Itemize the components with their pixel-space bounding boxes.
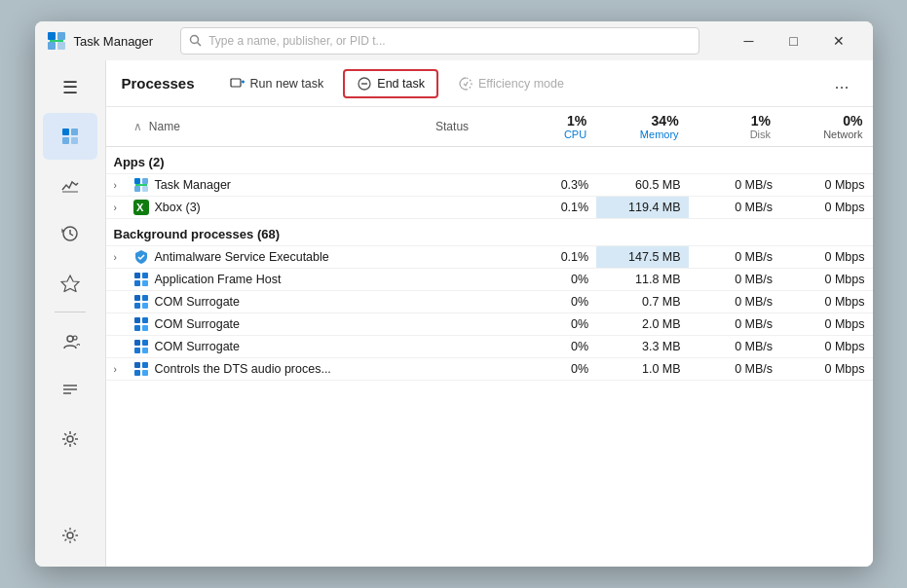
- processes-icon: [60, 127, 80, 146]
- process-cpu: 0%: [505, 336, 596, 358]
- process-status: [428, 269, 505, 291]
- column-name-label: Name: [149, 120, 180, 133]
- process-disk: 0 MB/s: [689, 313, 780, 336]
- efficiency-icon: [458, 76, 473, 92]
- table-row[interactable]: › Task Manager 0.3% 60.5 MB 0 MB/s 0 Mbp…: [106, 174, 873, 197]
- table-row[interactable]: › Antimalware Service Executable 0.1% 14…: [106, 246, 873, 269]
- process-disk: 0 MB/s: [689, 358, 780, 381]
- svg-point-13: [67, 336, 73, 342]
- expand-arrow[interactable]: ›: [114, 364, 128, 375]
- process-memory: 119.4 MB: [596, 197, 688, 219]
- process-network: 0 Mbps: [780, 291, 872, 313]
- svg-rect-7: [62, 129, 69, 135]
- process-network: 0 Mbps: [780, 313, 872, 336]
- sidebar-item-details[interactable]: [43, 367, 97, 414]
- search-icon: [189, 34, 203, 48]
- table-row[interactable]: COM Surrogate 0% 2.0 MB 0 MB/s 0 Mbps: [106, 313, 873, 336]
- process-cpu: 0%: [505, 313, 596, 336]
- svg-rect-0: [48, 32, 56, 40]
- task-manager-window: Task Manager Type a name, publisher, or …: [35, 21, 873, 567]
- group-label: Apps (2): [106, 147, 873, 174]
- sidebar-separator-1: [55, 312, 86, 312]
- users-icon: [60, 332, 80, 351]
- column-header-memory[interactable]: 34% Memory: [596, 107, 688, 147]
- svg-point-19: [67, 533, 73, 538]
- svg-rect-26: [142, 178, 148, 184]
- svg-rect-34: [134, 280, 140, 286]
- sidebar-item-startup[interactable]: [43, 259, 97, 306]
- process-network: 0 Mbps: [780, 269, 872, 291]
- process-disk: 0 MB/s: [689, 336, 780, 358]
- efficiency-mode-label: Efficiency mode: [478, 77, 564, 91]
- table-row[interactable]: Application Frame Host 0% 11.8 MB 0 MB/s…: [106, 269, 873, 291]
- svg-rect-32: [134, 273, 140, 278]
- process-table-container[interactable]: ∧ Name Status 1% CPU 34%: [106, 107, 873, 567]
- more-options-button[interactable]: ...: [826, 69, 856, 97]
- process-name-cell: Application Frame Host: [106, 269, 429, 291]
- toolbar: Processes Run new task End task: [106, 60, 873, 107]
- sidebar-item-performance[interactable]: [43, 162, 97, 208]
- maximize-button[interactable]: □: [772, 25, 816, 56]
- minimize-button[interactable]: ─: [727, 25, 772, 56]
- column-header-status[interactable]: Status: [428, 107, 505, 147]
- svg-rect-2: [48, 42, 56, 50]
- svg-rect-27: [134, 186, 140, 192]
- process-cpu: 0.1%: [505, 197, 596, 219]
- svg-point-18: [67, 436, 73, 442]
- search-box[interactable]: Type a name, publisher, or PID t...: [180, 27, 699, 55]
- column-header-name[interactable]: ∧ Name: [106, 107, 429, 147]
- sidebar-item-services[interactable]: [43, 416, 97, 462]
- svg-rect-48: [134, 362, 140, 368]
- process-name: Task Manager: [155, 178, 232, 192]
- expand-arrow[interactable]: ›: [114, 180, 128, 191]
- process-status: [428, 291, 505, 313]
- column-header-cpu[interactable]: 1% CPU: [505, 107, 596, 147]
- memory-label: Memory: [604, 129, 678, 140]
- column-header-disk[interactable]: 1% Disk: [689, 107, 780, 147]
- end-task-button[interactable]: End task: [343, 69, 438, 98]
- expand-arrow[interactable]: ›: [114, 252, 128, 263]
- disk-pct: 1%: [697, 113, 771, 129]
- process-memory: 3.3 MB: [596, 336, 688, 358]
- efficiency-mode-button[interactable]: Efficiency mode: [446, 71, 576, 96]
- process-name: COM Surrogate: [155, 317, 241, 331]
- process-memory: 147.5 MB: [596, 246, 688, 269]
- close-button[interactable]: ✕: [816, 25, 861, 56]
- sidebar-item-users[interactable]: [43, 318, 97, 365]
- process-network: 0 Mbps: [780, 336, 872, 358]
- sidebar-item-processes[interactable]: [43, 113, 97, 160]
- main-area: ☰: [35, 60, 873, 567]
- cpu-label: CPU: [512, 129, 586, 140]
- process-name-cell: COM Surrogate: [106, 313, 429, 336]
- table-row[interactable]: › Controls the DTS audio proces... 0% 1.…: [106, 358, 873, 381]
- sidebar-item-settings[interactable]: [43, 512, 97, 559]
- titlebar: Task Manager Type a name, publisher, or …: [35, 21, 873, 60]
- table-row[interactable]: › X Xbox (3) 0.1% 119.4 MB 0 MB/s 0 Mbps: [106, 197, 873, 219]
- process-icon: [133, 339, 149, 354]
- network-label: Network: [788, 129, 862, 140]
- process-icon: [133, 249, 149, 265]
- run-new-task-button[interactable]: Run new task: [218, 71, 336, 96]
- process-memory: 11.8 MB: [596, 269, 688, 291]
- table-body: Apps (2) › Task Manager 0.3% 60.5 MB 0 M…: [106, 147, 873, 381]
- group-header: Apps (2): [106, 147, 873, 174]
- group-label: Background processes (68): [106, 219, 873, 246]
- process-name: Controls the DTS audio proces...: [155, 362, 331, 376]
- svg-rect-28: [142, 186, 148, 192]
- expand-arrow[interactable]: ›: [114, 202, 128, 213]
- process-name: COM Surrogate: [155, 340, 241, 353]
- svg-rect-4: [50, 40, 63, 42]
- table-row[interactable]: COM Surrogate 0% 3.3 MB 0 MB/s 0 Mbps: [106, 336, 873, 358]
- process-memory: 1.0 MB: [596, 358, 688, 381]
- sidebar-item-app-history[interactable]: [43, 210, 97, 257]
- hamburger-menu[interactable]: ☰: [35, 68, 105, 107]
- svg-rect-8: [71, 129, 78, 135]
- column-header-network[interactable]: 0% Network: [780, 107, 872, 147]
- table-row[interactable]: COM Surrogate 0% 0.7 MB 0 MB/s 0 Mbps: [106, 291, 873, 313]
- app-history-icon: [60, 224, 80, 243]
- process-name: Antimalware Service Executable: [155, 250, 329, 264]
- svg-rect-37: [142, 295, 148, 301]
- search-placeholder: Type a name, publisher, or PID t...: [208, 34, 385, 48]
- cpu-pct: 1%: [512, 113, 586, 129]
- process-name-cell: › Controls the DTS audio proces...: [106, 358, 429, 381]
